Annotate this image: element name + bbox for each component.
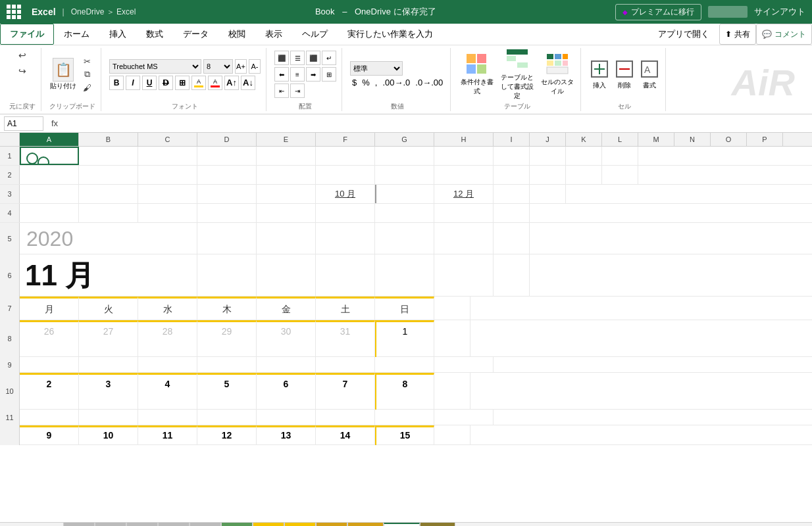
sheet-tab-8[interactable]: 8 月 (284, 523, 316, 526)
cell-A4[interactable] (20, 204, 79, 222)
sheet-nav-eq[interactable]: ≡ (47, 523, 63, 526)
delete-cell-button[interactable]: 削除 (614, 59, 635, 90)
align-center-button[interactable]: ≡ (290, 67, 305, 82)
font-family-select[interactable]: Trebuchet MS (109, 59, 201, 74)
col-header-J[interactable]: J (530, 133, 566, 146)
cell-D2[interactable] (197, 166, 257, 184)
font-size-grow-button[interactable]: A↑ (224, 76, 239, 90)
tab-view[interactable]: 表示 (255, 24, 292, 45)
tab-insert[interactable]: 挿入 (99, 24, 136, 45)
sheet-tab-1[interactable]: 1 月 (63, 523, 95, 526)
row-num-3[interactable]: 3 (0, 185, 20, 203)
cell-w3-fri[interactable]: 13 (257, 425, 316, 445)
cell-w1-thu[interactable]: 29 (197, 320, 257, 357)
cell-w2-sun[interactable]: 8 (375, 373, 434, 410)
row-num-12[interactable] (0, 425, 20, 445)
merge-button[interactable]: ⊞ (322, 67, 336, 82)
cell-year-display[interactable]: 2020 (20, 223, 197, 254)
undo-button[interactable]: ↩ (13, 48, 32, 62)
cell-G9[interactable] (375, 357, 434, 373)
sheet-nav-left[interactable]: ◀ (16, 523, 32, 526)
cell-w3-tue[interactable]: 10 (79, 425, 138, 445)
premium-button[interactable]: プレミアムに移行 (615, 4, 701, 20)
cell-E9[interactable] (257, 357, 316, 373)
decrease-decimal-button[interactable]: .00→.0 (380, 78, 412, 87)
prev-month-nav[interactable]: 10 月 (335, 188, 355, 200)
cell-I5[interactable] (494, 223, 530, 254)
cell-H2[interactable] (434, 166, 494, 184)
share-button[interactable]: ⬆共有 (719, 24, 756, 45)
cell-H11[interactable] (434, 410, 494, 425)
cell-I10[interactable] (434, 373, 470, 410)
cell-B1[interactable] (79, 147, 138, 165)
format-painter-button[interactable]: 🖌 (79, 82, 95, 93)
signout-button[interactable]: サインアウト (754, 6, 805, 18)
cell-I6[interactable] (494, 254, 530, 297)
sheet-tab-3[interactable]: 3 月 (126, 523, 158, 526)
col-header-O[interactable]: O (711, 133, 747, 146)
cell-F11[interactable] (316, 410, 375, 425)
cell-G1[interactable] (375, 147, 434, 165)
cell-w2-mon[interactable]: 2 (20, 373, 79, 410)
cell-I7[interactable] (434, 297, 470, 320)
sheet-tab-5[interactable]: 5 月 (190, 523, 221, 526)
cell-E3[interactable] (257, 185, 316, 203)
copy-button[interactable]: ⧉ (79, 68, 95, 80)
sheet-tab-12[interactable]: 12 月 (420, 523, 456, 526)
sheet-tab-4[interactable]: 4 月 (158, 523, 190, 526)
cell-E5[interactable] (257, 223, 316, 254)
cell-B2[interactable] (79, 166, 138, 184)
align-top-right-button[interactable]: ⬛ (306, 51, 320, 65)
sheet-tab-6[interactable]: 6 月 (221, 523, 253, 526)
cell-w1-mon[interactable]: 26 (20, 320, 79, 357)
row-num-6[interactable]: 6 (0, 254, 20, 297)
italic-button[interactable]: I (126, 76, 140, 90)
cell-D4[interactable] (197, 204, 257, 222)
cell-F9[interactable] (316, 357, 375, 373)
cell-D1[interactable] (197, 147, 257, 165)
cell-L1[interactable] (602, 147, 638, 165)
cell-H9[interactable] (434, 357, 494, 373)
cell-w2-thu[interactable]: 5 (197, 373, 257, 410)
cell-C11[interactable] (138, 410, 197, 425)
increase-font-button[interactable]: A+ (235, 59, 247, 74)
cell-w1-tue[interactable]: 27 (79, 320, 138, 357)
cell-G5[interactable] (375, 223, 434, 254)
row-num-5[interactable]: 5 (0, 223, 20, 254)
cell-reference-input[interactable] (4, 116, 43, 131)
cell-w1-fri[interactable]: 30 (257, 320, 316, 357)
cell-B9[interactable] (79, 357, 138, 373)
cell-w2-fri[interactable]: 6 (257, 373, 316, 410)
indent-decrease-button[interactable]: ⇤ (274, 84, 289, 98)
sheet-tab-9[interactable]: 9 月 (316, 523, 347, 526)
font-size-select[interactable]: 8 (203, 59, 233, 74)
col-header-E[interactable]: E (257, 133, 316, 146)
tab-formula[interactable]: 数式 (136, 24, 173, 45)
cell-G11[interactable] (375, 410, 434, 425)
underline-button[interactable]: U (142, 76, 157, 90)
fill-color-button[interactable]: A (191, 76, 206, 90)
row-num-4[interactable]: 4 (0, 204, 20, 222)
cell-E2[interactable] (257, 166, 316, 184)
cell-H1[interactable] (434, 147, 494, 165)
cell-G4[interactable] (375, 204, 434, 222)
cell-I3[interactable] (494, 185, 530, 203)
cell-D9[interactable] (197, 357, 257, 373)
cell-J3[interactable] (530, 185, 566, 203)
cell-B4[interactable] (79, 204, 138, 222)
percent-button[interactable]: % (360, 78, 372, 87)
cell-D6[interactable] (197, 254, 257, 297)
cell-sun-header[interactable]: 日 (375, 297, 434, 320)
cell-C4[interactable] (138, 204, 197, 222)
cell-H3-next-month[interactable]: 12 月 (434, 185, 494, 203)
cell-I2[interactable] (494, 166, 530, 184)
cell-E11[interactable] (257, 410, 316, 425)
col-header-L[interactable]: L (602, 133, 638, 146)
row-num-10[interactable]: 10 (0, 373, 20, 410)
col-header-F[interactable]: F (316, 133, 375, 146)
cell-w3-mon[interactable]: 9 (20, 425, 79, 445)
cell-mon-header[interactable]: 月 (20, 297, 79, 320)
cell-K1[interactable] (566, 147, 602, 165)
font-color-button[interactable]: A (208, 76, 222, 90)
format-cell-button[interactable]: A 書式 (639, 59, 660, 90)
